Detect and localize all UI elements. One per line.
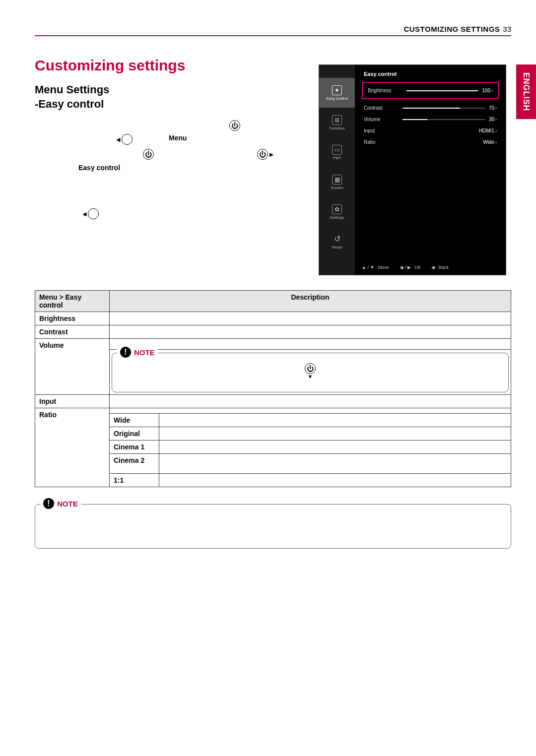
power-joystick-left-icon (122, 134, 133, 145)
osd-selected-row[interactable]: Brightness 100› (362, 82, 499, 99)
osd-screenshot: ✦ Easy control ⊞ Function ▭ PBP ▦ Screen… (319, 64, 506, 275)
row-ratio: Ratio (35, 408, 110, 487)
osd-contrast-value: 70 (489, 105, 494, 111)
power-icon (229, 120, 240, 131)
osd-volume-row[interactable]: Volume 30› (362, 114, 499, 125)
note-label: NOTE (57, 500, 78, 508)
language-tab: ENGLISH (516, 64, 536, 119)
gear-icon: ✿ (332, 204, 342, 214)
bottom-note: ! NOTE (35, 501, 511, 549)
osd-sidebar-pbp[interactable]: ▭ PBP (319, 137, 355, 167)
osd-ratio-row[interactable]: Ratio Wide› (362, 136, 499, 148)
osd-sidebar-label: Reset (332, 245, 342, 250)
row-cinema1: Cinema 1 (110, 441, 159, 454)
osd-sidebar-function[interactable]: ⊞ Function (319, 108, 355, 137)
osd-contrast-label: Contrast (364, 105, 399, 111)
power-joystick-left-icon (88, 208, 99, 219)
osd-ratio-label: Ratio (364, 139, 399, 145)
row-wide: Wide (110, 414, 159, 427)
reset-icon: ↺ (332, 234, 342, 244)
osd-footer-back: ◀ : Back (431, 265, 449, 270)
osd-input-label: Input (364, 128, 399, 133)
osd-sidebar-label: Screen (331, 186, 343, 190)
star-icon: ✦ (332, 85, 342, 95)
screen-icon: ▦ (332, 175, 342, 185)
easy-control-label: Easy control (78, 164, 120, 172)
row-input: Input (35, 395, 110, 408)
row-cinema2: Cinema 2 (110, 454, 159, 474)
osd-ratio-value: Wide (483, 139, 494, 145)
osd-sidebar-label: Easy control (326, 96, 348, 101)
osd-sidebar-label: PBP (333, 156, 341, 160)
pbp-icon: ▭ (332, 145, 342, 155)
note-icon: ! (43, 498, 54, 509)
row-volume: Volume (35, 339, 110, 395)
osd-main: Easy control Brightness 100› Contrast 70… (355, 65, 506, 260)
chevron-right-icon: › (491, 88, 493, 93)
contrast-slider[interactable] (402, 108, 485, 109)
osd-footer: ▲ / ▼ : Move ◉ / ▶ : Ok ◀ : Back (355, 260, 506, 275)
osd-sidebar: ✦ Easy control ⊞ Function ▭ PBP ▦ Screen… (319, 65, 355, 275)
table-head-description: Description (110, 291, 511, 312)
chevron-right-icon: › (495, 140, 497, 145)
osd-brightness-label: Brightness (368, 88, 402, 93)
osd-input-row[interactable]: Input HDMI1› (362, 125, 499, 136)
row-original: Original (110, 427, 159, 441)
osd-sidebar-settings[interactable]: ✿ Settings (319, 197, 355, 227)
osd-title: Easy control (364, 71, 499, 77)
chevron-right-icon: › (495, 117, 497, 122)
power-joystick-right-icon (257, 149, 268, 160)
chevron-right-icon: › (495, 128, 497, 133)
power-joystick-down-icon (305, 363, 316, 374)
row-brightness: Brightness (35, 312, 110, 325)
note-label: NOTE (134, 348, 155, 357)
power-icon (143, 149, 154, 160)
osd-footer-ok: ◉ / ▶ : Ok (400, 265, 421, 270)
volume-note: ! NOTE (112, 353, 509, 392)
volume-slider[interactable] (402, 119, 485, 120)
header-section: CUSTOMIZING SETTINGS (403, 25, 500, 33)
osd-sidebar-screen[interactable]: ▦ Screen (319, 167, 355, 197)
osd-contrast-row[interactable]: Contrast 70› (362, 102, 499, 114)
osd-sidebar-label: Settings (330, 215, 344, 220)
menu-label: Menu (169, 134, 187, 142)
row-contrast: Contrast (35, 325, 110, 339)
page-number: 33 (503, 25, 511, 33)
osd-volume-value: 30 (489, 117, 494, 122)
brightness-slider[interactable] (406, 90, 478, 91)
page-header: CUSTOMIZING SETTINGS 33 (35, 25, 511, 36)
osd-input-value: HDMI1 (479, 128, 494, 133)
osd-sidebar-easy-control[interactable]: ✦ Easy control (319, 78, 355, 108)
chevron-right-icon: › (495, 106, 497, 111)
note-icon: ! (120, 347, 131, 358)
osd-sidebar-reset[interactable]: ↺ Reset (319, 227, 355, 256)
osd-sidebar-label: Function (330, 126, 345, 130)
grid-icon: ⊞ (332, 115, 342, 125)
description-table: Menu > Easy control Description Brightne… (35, 290, 511, 487)
row-1to1: 1:1 (110, 474, 159, 487)
osd-footer-move: ▲ / ▼ : Move (362, 265, 389, 270)
table-head-menu: Menu > Easy control (35, 291, 110, 312)
osd-brightness-value: 100 (482, 88, 490, 93)
osd-volume-label: Volume (364, 117, 399, 122)
